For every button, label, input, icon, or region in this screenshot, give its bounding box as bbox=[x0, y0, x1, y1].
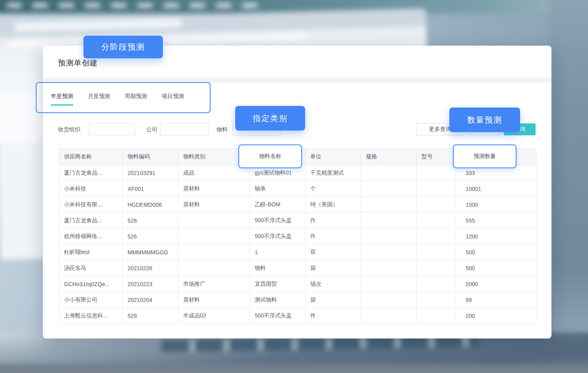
table-cell: 上海甄云信息科… bbox=[59, 308, 123, 324]
table-cell bbox=[178, 213, 250, 229]
annotation-phased-forecast: 分阶段预测 bbox=[83, 36, 163, 58]
table-cell: 2000 bbox=[456, 276, 536, 292]
table-cell bbox=[417, 308, 456, 324]
table-row[interactable]: 上海甄云信息科…529半成品02500不浮式头盖件200 bbox=[59, 308, 536, 324]
table-cell: 杭州移领网络… bbox=[59, 229, 123, 244]
column-header[interactable]: 规格 bbox=[361, 149, 417, 165]
column-header[interactable]: 供应商名称 bbox=[59, 149, 123, 165]
table-cell: 10001 bbox=[456, 181, 536, 197]
tab-annual-forecast[interactable]: 年度预测 bbox=[51, 93, 73, 106]
table-cell bbox=[361, 260, 417, 276]
table-cell: 555 bbox=[456, 213, 536, 229]
table-cell bbox=[417, 244, 456, 260]
table-cell: 小小有限公司 bbox=[59, 292, 123, 308]
background-right-shade bbox=[550, 0, 588, 373]
table-cell bbox=[417, 213, 456, 229]
receiving-org-input[interactable] bbox=[89, 123, 135, 135]
tab-period-forecast[interactable]: 周期预测 bbox=[125, 93, 147, 106]
table-row[interactable]: 小米科技XF001原材料轴承个10001 bbox=[59, 181, 536, 197]
table-cell: 物料 bbox=[250, 260, 306, 276]
table-cell bbox=[178, 260, 250, 276]
tab-project-forecast[interactable]: 项目预测 bbox=[162, 93, 184, 106]
table-cell bbox=[417, 229, 456, 244]
table-cell: 宜昌国贸 bbox=[250, 276, 306, 292]
table-cell: GCHo3Jzq0ZQe... bbox=[59, 276, 123, 292]
annotation-material-name-header: 物料名称 bbox=[238, 144, 302, 168]
table-cell: 厦门古龙食品… bbox=[59, 165, 123, 181]
company-label: 公司 bbox=[146, 126, 157, 133]
table-cell: 原材料 bbox=[178, 292, 250, 308]
table-cell bbox=[417, 276, 456, 292]
table-cell: 厦门古龙食品… bbox=[59, 213, 123, 229]
table-cell: 1200 bbox=[456, 229, 536, 244]
table-cell: 20210223 bbox=[123, 276, 178, 292]
background-desk bbox=[0, 364, 588, 373]
table-row[interactable]: 厦门古龙食品…528500不浮式头盖件555 bbox=[59, 213, 536, 229]
table-row[interactable]: 汤臣东马20210226物料袋500 bbox=[59, 260, 536, 276]
table-cell: 袋 bbox=[306, 260, 361, 276]
table-cell: MMMMMMGGG bbox=[123, 244, 178, 260]
table-cell: 半成品02 bbox=[178, 308, 250, 324]
table-body: 厦门古龙食品…202103291成品gys测试物料01千克精度测试333小米科技… bbox=[59, 165, 536, 324]
section-divider bbox=[43, 78, 551, 83]
table-cell: 件 bbox=[306, 308, 361, 324]
table-cell: 526 bbox=[123, 229, 178, 244]
table-cell: 场次 bbox=[306, 276, 361, 292]
table-cell: 原材料 bbox=[178, 197, 250, 213]
table-cell bbox=[178, 244, 250, 260]
table-cell: 529 bbox=[123, 308, 178, 324]
forecast-tabs: 年度预测 月度预测 周期预测 项目预测 bbox=[51, 93, 184, 106]
table-cell: 500不浮式头盖 bbox=[250, 308, 306, 324]
table-row[interactable]: GCHo3Jzq0ZQe...20210223市场推广宜昌国贸场次2000 bbox=[59, 276, 536, 292]
tab-monthly-forecast[interactable]: 月度预测 bbox=[88, 93, 110, 106]
table-cell: 汤臣东马 bbox=[59, 260, 123, 276]
table-cell bbox=[361, 229, 417, 244]
table-cell: 500 bbox=[456, 260, 536, 276]
annotation-specified-category: 指定类别 bbox=[235, 106, 305, 131]
annotation-quantity-forecast: 数量预测 bbox=[449, 108, 520, 132]
table-cell: 1 bbox=[250, 244, 306, 260]
table-row[interactable]: 杜昕颐testMMMMMMGGG1双500 bbox=[59, 244, 536, 260]
table-cell: 市场推广 bbox=[178, 276, 250, 292]
table-cell bbox=[361, 308, 417, 324]
table-cell: 500不浮式头盖 bbox=[250, 229, 306, 244]
table-cell: 件 bbox=[306, 229, 361, 244]
table-cell bbox=[361, 292, 417, 308]
column-header[interactable]: 物料编码 bbox=[123, 149, 178, 165]
table-cell: 20210226 bbox=[123, 260, 178, 276]
table-cell: 202103291 bbox=[123, 165, 178, 181]
table-cell: 500 bbox=[456, 244, 536, 260]
background-menu-items bbox=[6, 3, 261, 8]
table-cell: 吨（美国） bbox=[306, 197, 361, 213]
forecast-table: 供应商名称物料编码物料类别物料名称单位规格型号预测数量 厦门古龙食品…20210… bbox=[59, 148, 536, 324]
table-cell: 杜昕颐test bbox=[59, 244, 123, 260]
table-row[interactable]: 杭州移领网络…526500不浮式头盖件1200 bbox=[59, 229, 536, 244]
screen: 预测单创建 年度预测 月度预测 周期预测 项目预测 收货组织 公司 物料 更多查… bbox=[0, 0, 588, 373]
page-title: 预测单创建 bbox=[58, 58, 98, 68]
table-cell bbox=[361, 197, 417, 213]
table-row[interactable]: 小米科技有限…HGDEMO006原材料乙醇-BOM吨（美国）1000 bbox=[59, 197, 536, 213]
company-input[interactable] bbox=[160, 123, 209, 135]
table-row[interactable]: 小小有限公司20210204原材料测试物料袋99 bbox=[59, 292, 536, 308]
column-header[interactable]: 单位 bbox=[306, 149, 361, 165]
receiving-org-label: 收货组织 bbox=[58, 126, 80, 133]
annotation-forecast-qty-header: 预测数量 bbox=[453, 144, 516, 168]
table-cell bbox=[361, 244, 417, 260]
forecast-panel: 预测单创建 年度预测 月度预测 周期预测 项目预测 收货组织 公司 物料 更多查… bbox=[43, 46, 551, 338]
table-cell: 500不浮式头盖 bbox=[250, 213, 306, 229]
table-cell: 乙醇-BOM bbox=[250, 197, 306, 213]
table-cell: 20210204 bbox=[123, 292, 178, 308]
table-cell: 原材料 bbox=[178, 181, 250, 197]
table-cell bbox=[361, 165, 417, 181]
table-cell: 200 bbox=[456, 308, 536, 324]
table-cell bbox=[361, 181, 417, 197]
table-cell bbox=[361, 213, 417, 229]
table-cell: 99 bbox=[456, 292, 536, 308]
table-cell: 测试物料 bbox=[250, 292, 306, 308]
table-cell: 轴承 bbox=[250, 181, 306, 197]
table-cell bbox=[417, 165, 456, 181]
table-cell: 个 bbox=[306, 181, 361, 197]
table-cell: 袋 bbox=[306, 292, 361, 308]
material-label: 物料 bbox=[217, 126, 228, 133]
column-header[interactable]: 型号 bbox=[417, 149, 456, 165]
